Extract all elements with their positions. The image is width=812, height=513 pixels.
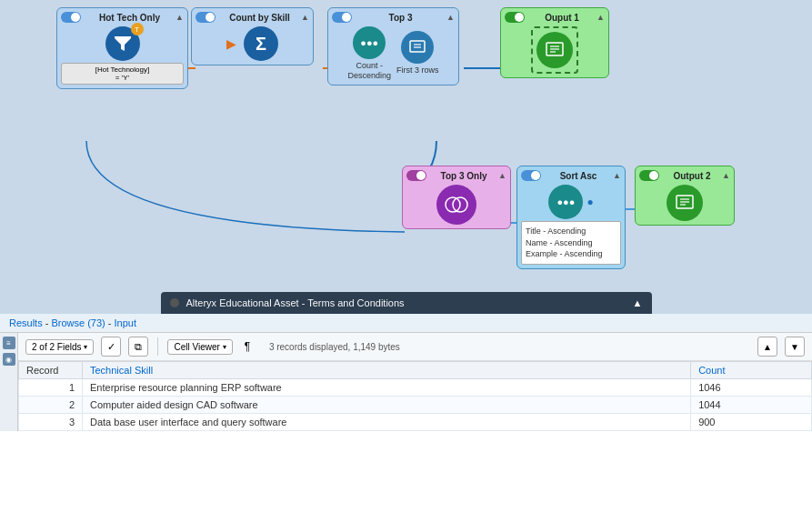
modal-bar[interactable]: Alteryx Educational Asset - Terms and Co… — [161, 292, 652, 314]
node-collapse-hot-tech[interactable]: ▲ — [175, 13, 184, 22]
svg-rect-5 — [410, 41, 425, 52]
workflow-canvas: Hot Tech Only ▲ T [Hot Technology]= 'Y' … — [0, 0, 812, 314]
toolbar-divider1 — [157, 337, 158, 356]
node-title-output2: Output 2 — [662, 171, 722, 181]
browse-link[interactable]: Browse (73) — [51, 317, 105, 328]
node-top3-only[interactable]: Top 3 Only ▲ — [402, 166, 511, 229]
input-label: Input — [115, 317, 136, 328]
node-toggle-count-skill[interactable] — [195, 12, 216, 23]
results-toolbar: 2 of 2 Fields ▾ ✓ ⧉ Cell Viewer ▾ ¶ 3 re… — [18, 333, 812, 361]
table-row: 2 Computer aided design CAD software 104… — [19, 397, 812, 414]
cell-count-1: 1044 — [691, 397, 812, 414]
node-collapse-sort[interactable]: ▲ — [613, 171, 621, 180]
node-collapse-top3[interactable]: ▲ — [446, 13, 455, 22]
status-text: 3 records displayed, 1,149 bytes — [269, 342, 400, 352]
node-toggle-top3only[interactable] — [406, 170, 426, 181]
top3-sublabel2: First 3 rows — [396, 65, 439, 75]
cell-viewer-label: Cell Viewer — [174, 342, 219, 352]
col-header-record: Record — [19, 362, 83, 379]
filter-condition: [Hot Technology]= 'Y' — [61, 63, 184, 85]
arrow-icon: ▶ — [226, 36, 236, 51]
fields-dropdown[interactable]: 2 of 2 Fields ▾ — [25, 339, 94, 355]
node-toggle-sort[interactable] — [521, 170, 541, 181]
node-title-count-skill: Count by Skill — [218, 13, 301, 23]
sort-description: Title - AscendingName - AscendingExample… — [521, 221, 621, 265]
node-title-hot-tech: Hot Tech Only — [84, 13, 175, 23]
modal-title: Alteryx Educational Asset - Terms and Co… — [186, 297, 405, 308]
cell-skill-1: Computer aided design CAD software — [83, 397, 691, 414]
cell-viewer-chevron: ▾ — [223, 343, 226, 351]
node-collapse-output1[interactable]: ▲ — [596, 13, 605, 22]
node-count-by-skill[interactable]: Count by Skill ▲ ▶ Σ — [191, 7, 314, 65]
node-top3[interactable]: Top 3 ▲ ●●● Count -Descending First 3 ro… — [327, 7, 459, 86]
node-output1[interactable]: Ouput 1 ▲ — [500, 7, 609, 78]
table-row: 3 Data base user interface and query sof… — [19, 414, 812, 431]
node-sort-asc[interactable]: Sort Asc ▲ ●●● ● Title - AscendingName -… — [516, 166, 626, 269]
cell-record-0: 1 — [19, 379, 83, 397]
results-label: Results — [9, 317, 43, 328]
cell-record-2: 3 — [19, 414, 83, 431]
results-table: Record Technical Skill Count 1 Enterpris… — [18, 361, 812, 431]
node-collapse-top3only[interactable]: ▲ — [498, 171, 506, 180]
results-header: Results - Browse (73) - Input — [0, 314, 812, 333]
col-header-skill: Technical Skill — [83, 362, 691, 379]
nav-down-btn[interactable]: ▼ — [785, 337, 805, 357]
summarize-icon: Σ — [244, 26, 278, 61]
left-icon-person[interactable]: ◉ — [3, 353, 15, 366]
node-toggle-hot-tech[interactable] — [61, 12, 81, 23]
fields-chevron: ▾ — [84, 343, 87, 351]
node-toggle-top3[interactable] — [332, 12, 352, 23]
browse-icon-top3 — [401, 31, 434, 64]
node-collapse-count-skill[interactable]: ▲ — [301, 13, 309, 22]
node-title-sort: Sort Asc — [544, 171, 613, 181]
modal-collapse-btn[interactable]: ▲ — [633, 297, 643, 308]
left-icon-grid[interactable]: ≡ — [3, 337, 15, 349]
node-badge-hot-tech: T — [131, 23, 144, 35]
top3-sublabel1: Count -Descending — [347, 61, 391, 81]
cell-record-1: 2 — [19, 397, 83, 414]
check-icon-btn[interactable]: ✓ — [101, 337, 121, 357]
copy-icon-btn[interactable]: ⧉ — [128, 337, 148, 357]
node-toggle-output2[interactable] — [639, 170, 659, 181]
sort-connector-dot: ● — [586, 196, 593, 208]
output2-icon — [667, 185, 703, 221]
cell-count-2: 900 — [691, 414, 812, 431]
table-row: 1 Enterprise resource planning ERP softw… — [19, 379, 812, 397]
output1-icon — [536, 32, 573, 68]
output1-dashed-box — [531, 26, 578, 74]
node-title-output1: Ouput 1 — [527, 13, 596, 23]
join-icon — [436, 185, 476, 225]
node-title-top3: Top 3 — [355, 13, 446, 23]
node-title-top3only: Top 3 Only — [429, 171, 498, 181]
results-area: Results - Browse (73) - Input ≡ ◉ 2 of 2… — [0, 314, 812, 513]
cell-skill-0: Enterprise resource planning ERP softwar… — [83, 379, 691, 397]
pipe-icon: ¶ — [240, 339, 255, 354]
col-header-count: Count — [691, 362, 812, 379]
sample-icon: ●●● — [353, 26, 386, 59]
node-toggle-output1[interactable] — [505, 12, 525, 23]
cell-viewer-dropdown[interactable]: Cell Viewer ▾ — [167, 339, 232, 355]
sort-icon: ●●● — [548, 185, 583, 219]
node-output2[interactable]: Output 2 ▲ — [635, 166, 735, 226]
results-left-bar: ≡ ◉ — [0, 333, 18, 431]
node-collapse-output2[interactable]: ▲ — [722, 171, 730, 180]
modal-dot — [170, 298, 179, 307]
fields-label: 2 of 2 Fields — [32, 342, 81, 352]
cell-skill-2: Data base user interface and query softw… — [83, 414, 691, 431]
node-hot-tech-only[interactable]: Hot Tech Only ▲ T [Hot Technology]= 'Y' — [56, 7, 188, 89]
cell-count-0: 1046 — [691, 379, 812, 397]
nav-up-btn[interactable]: ▲ — [757, 337, 777, 357]
